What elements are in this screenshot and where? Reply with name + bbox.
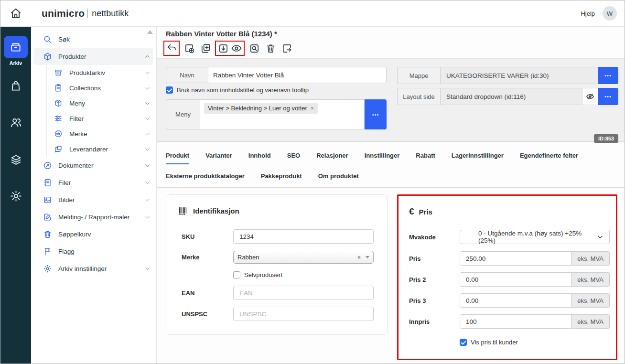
sliders-icon xyxy=(54,114,63,123)
tab-seo[interactable]: SEO xyxy=(287,152,300,164)
cost-price-input[interactable] xyxy=(460,314,571,329)
tag-remove-icon[interactable]: × xyxy=(311,105,314,112)
sidebar-item-arkiv-innstillinger[interactable]: Arkiv innstillinger xyxy=(31,260,156,277)
import-button[interactable] xyxy=(216,42,230,55)
identification-title: Identifikasjon xyxy=(193,207,239,215)
delete-button[interactable] xyxy=(264,42,277,55)
tab-om-produktet[interactable]: Om produktet xyxy=(318,172,359,184)
tab-relasjoner[interactable]: Relasjoner xyxy=(316,152,348,164)
sidebar-item-soppelkurv[interactable]: Søppelkurv xyxy=(31,225,156,243)
duplicate-button[interactable] xyxy=(199,42,212,55)
sidebar-item-melding-rapport-maler[interactable]: Melding- / Rapport-maler xyxy=(31,208,156,225)
sidebar-item-leverandorer[interactable]: Leverandører xyxy=(47,141,156,157)
eye-icon xyxy=(231,43,242,54)
folder-field-group: Mappe UKATEGORISERTE VARER (id:30) ••• xyxy=(397,67,618,84)
menu-tags-field[interactable]: Vinter > Bekledning > Luer og votter × xyxy=(200,99,365,129)
brand-crown-icon xyxy=(54,129,63,138)
sku-input[interactable] xyxy=(233,229,374,244)
identification-card: Identifikasjon SKU Merke Rabben × xyxy=(167,194,388,335)
name-input[interactable] xyxy=(208,67,387,83)
topbar: unimicro nettbutikk Hjelp W xyxy=(0,0,625,27)
sidebar-item-bilder[interactable]: Bilder xyxy=(31,191,156,208)
sidebar-item-merke[interactable]: Merke xyxy=(47,126,156,141)
back-button[interactable] xyxy=(165,42,178,55)
sidebar-item-dokumenter[interactable]: Dokumenter xyxy=(31,157,156,174)
home-button[interactable] xyxy=(0,0,31,26)
ean-input[interactable] xyxy=(233,286,374,300)
use-name-checkbox-row: Bruk navn som innholdstittel og varenavn… xyxy=(166,86,309,94)
cost-price-label: Innpris xyxy=(409,318,460,325)
rail-item-customers[interactable] xyxy=(6,113,25,132)
tab-eksterne-produktkataloger[interactable]: Eksterne produktkataloger xyxy=(166,172,245,184)
tab-innstillinger[interactable]: Innstillinger xyxy=(365,152,400,164)
inspect-button[interactable] xyxy=(248,42,261,55)
user-avatar[interactable]: W xyxy=(603,6,617,21)
layout-more-button[interactable]: ••• xyxy=(598,88,618,105)
files-notebook-icon xyxy=(43,178,52,187)
add-new-icon xyxy=(184,43,195,54)
show-price-label: Vis pris til kunder xyxy=(471,339,518,346)
menu-tag-chip: Vinter > Bekledning > Luer og votter × xyxy=(204,103,318,114)
clear-selection-icon[interactable]: × xyxy=(357,254,361,261)
image-icon xyxy=(43,195,52,204)
tab-innhold[interactable]: Innhold xyxy=(248,152,271,164)
use-name-checkbox-label: Bruk navn som innholdstittel og varenavn… xyxy=(177,86,309,94)
vat-code-select[interactable]: 0 - Utgående m.v.a (høy sats) +25% (25%) xyxy=(460,230,610,244)
chevron-down-icon xyxy=(144,214,151,220)
rail-item-settings[interactable] xyxy=(6,186,25,205)
tab-egendefinerte-felter[interactable]: Egendefinerte felter xyxy=(520,152,578,164)
rail-item-arkiv[interactable] xyxy=(4,36,28,58)
folder-value-field[interactable]: UKATEGORISERTE VARER (id:30) xyxy=(440,67,598,84)
new-product-button[interactable] xyxy=(183,42,196,55)
price2-input[interactable] xyxy=(460,272,571,287)
folder-label: Mappe xyxy=(397,67,440,84)
show-price-checkbox[interactable] xyxy=(460,339,467,346)
price3-label: Pris 3 xyxy=(409,297,460,304)
menu-field-group: Meny Vinter > Bekledning > Luer og votte… xyxy=(166,99,387,129)
sidebar-item-collections[interactable]: Collections xyxy=(47,80,156,96)
tab-rabatt[interactable]: Rabatt xyxy=(416,152,435,164)
use-name-checkbox[interactable] xyxy=(166,86,173,94)
product-head-form: Navn Bruk navn som innholdstittel og var… xyxy=(157,59,625,142)
clipboard-icon xyxy=(54,84,63,92)
app-window: unimicro nettbutikk Hjelp W Arkiv xyxy=(0,0,625,364)
chevron-down-icon xyxy=(144,162,151,169)
sidebar-item-sok[interactable]: Søk xyxy=(31,31,156,48)
brand-logo[interactable]: unimicro nettbutikk xyxy=(42,0,129,26)
tab-lagerinnstillinger[interactable]: Lagerinnstillinger xyxy=(452,152,504,164)
chevron-down-icon xyxy=(144,180,151,186)
brand-suffix: nettbutikk xyxy=(92,9,129,19)
price3-input[interactable] xyxy=(460,293,571,308)
rail-item-shop[interactable] xyxy=(6,76,25,96)
folder-more-button[interactable]: ••• xyxy=(598,67,618,84)
brand-select-value: Rabben xyxy=(237,254,357,261)
sidebar-item-filer[interactable]: Filer xyxy=(31,174,156,191)
sidebar-item-produktarkiv[interactable]: Produktarkiv xyxy=(47,65,156,80)
cube-icon xyxy=(43,52,52,61)
export-button[interactable] xyxy=(280,42,293,55)
self-produced-checkbox[interactable] xyxy=(233,271,240,278)
sidebar-item-filter[interactable]: Filter xyxy=(47,111,156,126)
euro-icon: € xyxy=(409,206,414,217)
sidebar-item-flagg[interactable]: Flagg xyxy=(31,243,156,260)
price3-suffix: eks. MVA xyxy=(571,293,610,308)
brand-select[interactable]: Rabben × xyxy=(233,251,374,264)
tab-varianter[interactable]: Varianter xyxy=(205,152,232,164)
price-input[interactable] xyxy=(460,251,571,266)
tab-produkt[interactable]: Produkt xyxy=(166,152,189,164)
layout-visibility-button[interactable] xyxy=(582,88,598,105)
menu-more-button[interactable]: ••• xyxy=(365,99,387,129)
rail-item-layers[interactable] xyxy=(6,150,25,169)
chevron-down-icon xyxy=(597,234,603,240)
sidebar-item-meny[interactable]: Meny xyxy=(47,96,156,111)
sidebar-item-produkter[interactable]: Produkter xyxy=(34,48,153,65)
scroll-up-arrow[interactable] xyxy=(147,30,153,34)
annotation-box-import-preview xyxy=(215,41,245,56)
help-link[interactable]: Hjelp xyxy=(581,10,595,17)
brand-name: unimicro xyxy=(42,8,85,19)
price-title: Pris xyxy=(419,208,432,216)
preview-button[interactable] xyxy=(230,42,243,55)
layout-value-field[interactable]: Standard dropdown (id:116) xyxy=(440,88,582,105)
unspsc-input[interactable] xyxy=(233,307,374,321)
tab-pakkeprodukt[interactable]: Pakkeprodukt xyxy=(261,172,302,184)
